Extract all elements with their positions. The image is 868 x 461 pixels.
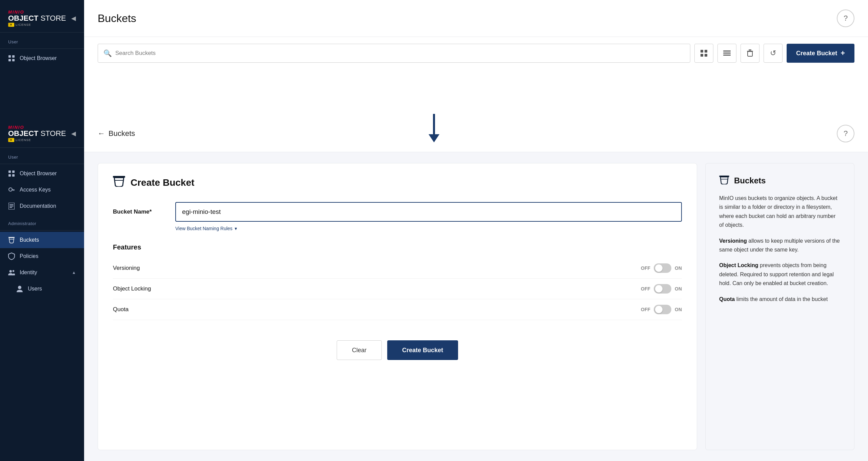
quota-on-label: ON bbox=[675, 307, 682, 312]
form-card-header: Create Bucket bbox=[113, 176, 682, 190]
bottom-header: ← Buckets ? bbox=[84, 115, 868, 152]
sidebar-buckets-label: Buckets bbox=[20, 237, 39, 243]
back-arrow-icon: ← bbox=[98, 129, 105, 138]
sidebar-access-keys-label: Access Keys bbox=[20, 187, 51, 193]
object-locking-toggle[interactable] bbox=[654, 284, 671, 294]
svg-rect-15 bbox=[12, 171, 15, 173]
svg-rect-6 bbox=[701, 54, 703, 57]
quota-feature-row: Quota OFF ON bbox=[113, 299, 682, 320]
search-box: 🔍 bbox=[98, 44, 690, 63]
svg-rect-20 bbox=[14, 189, 14, 191]
object-locking-bold: Object Locking bbox=[719, 262, 758, 268]
search-icon: 🔍 bbox=[103, 49, 112, 57]
bucket-icon-form bbox=[113, 176, 125, 190]
bottom-main-content: ← Buckets ? bbox=[84, 115, 868, 461]
help-button-bottom[interactable]: ? bbox=[837, 125, 854, 142]
quota-toggle[interactable] bbox=[654, 305, 671, 314]
versioning-toggle[interactable] bbox=[654, 263, 671, 273]
key-icon bbox=[8, 186, 15, 193]
svg-rect-9 bbox=[723, 53, 731, 54]
brand-main: OBJECT STORE bbox=[8, 15, 66, 22]
svg-rect-10 bbox=[723, 55, 731, 56]
quota-label: Quota bbox=[113, 306, 641, 313]
create-bucket-submit-button[interactable]: Create Bucket bbox=[387, 340, 458, 360]
refresh-button[interactable]: ↺ bbox=[764, 44, 783, 63]
help-button[interactable]: ? bbox=[837, 9, 854, 27]
svg-rect-3 bbox=[12, 59, 15, 61]
form-actions: Clear Create Bucket bbox=[113, 334, 682, 360]
svg-rect-21 bbox=[13, 189, 13, 191]
versioning-bold: Versioning bbox=[719, 238, 747, 244]
sidebar-item-documentation[interactable]: Documentation bbox=[0, 198, 84, 214]
toolbar: 🔍 bbox=[84, 37, 868, 69]
grid-icon-bottom bbox=[8, 170, 15, 177]
create-bucket-button-top[interactable]: Create Bucket + bbox=[787, 44, 854, 63]
license-badge: A LICENSE bbox=[8, 23, 66, 27]
sidebar-item-object-browser[interactable]: Object Browser bbox=[0, 50, 84, 66]
grid-view-button[interactable] bbox=[694, 44, 713, 63]
sidebar-item-buckets[interactable]: Buckets bbox=[0, 232, 84, 248]
search-input[interactable] bbox=[115, 50, 685, 57]
sidebar-item-access-keys[interactable]: Access Keys bbox=[0, 182, 84, 198]
object-locking-off-label: OFF bbox=[641, 286, 650, 292]
naming-rules-link[interactable]: View Bucket Naming Rules ▾ bbox=[175, 226, 682, 231]
buckets-header: Buckets ? bbox=[84, 0, 868, 37]
object-locking-feature-row: Object Locking OFF ON bbox=[113, 279, 682, 299]
back-button[interactable]: ← Buckets bbox=[98, 129, 135, 138]
sidebar-item-label: Object Browser bbox=[20, 55, 57, 61]
bucket-name-input[interactable] bbox=[175, 202, 682, 222]
info-para-3: Object Locking prevents objects from bei… bbox=[719, 261, 841, 288]
svg-point-18 bbox=[9, 188, 12, 191]
section-user-label: User bbox=[0, 33, 84, 47]
chevron-down-icon: ▾ bbox=[235, 226, 237, 231]
list-view-button[interactable] bbox=[717, 44, 736, 63]
form-title: Create Bucket bbox=[131, 177, 194, 188]
logo-area: MINIO OBJECT STORE A LICENSE ◀ bbox=[0, 0, 84, 33]
sidebar-documentation-label: Documentation bbox=[20, 203, 56, 209]
create-bucket-form-card: Create Bucket Bucket Name* View Bucket N… bbox=[98, 163, 697, 450]
license-badge-bottom: A LICENSE bbox=[8, 138, 66, 142]
info-para-4: Quota limits the amount of data in the b… bbox=[719, 295, 841, 304]
svg-rect-4 bbox=[701, 50, 703, 53]
svg-rect-16 bbox=[8, 174, 11, 177]
delete-button[interactable] bbox=[741, 44, 760, 63]
sidebar-item-policies[interactable]: Policies bbox=[0, 248, 84, 264]
shield-icon-sidebar bbox=[8, 253, 15, 260]
svg-rect-23 bbox=[9, 204, 14, 205]
license-icon: A bbox=[8, 23, 14, 27]
info-card-header: Buckets bbox=[719, 176, 841, 186]
collapse-sidebar-button[interactable]: ◀ bbox=[71, 15, 76, 22]
user-icon-sidebar bbox=[16, 285, 23, 292]
sidebar-object-browser-label: Object Browser bbox=[20, 171, 57, 177]
plus-icon: + bbox=[841, 49, 845, 58]
sidebar-item-identity[interactable]: Identity ▲ bbox=[0, 264, 84, 281]
versioning-feature-row: Versioning OFF ON bbox=[113, 258, 682, 279]
object-locking-on-label: ON bbox=[675, 286, 682, 292]
quota-off-label: OFF bbox=[641, 307, 650, 312]
features-title: Features bbox=[113, 243, 682, 251]
svg-rect-14 bbox=[8, 171, 11, 173]
svg-point-29 bbox=[13, 270, 14, 272]
svg-rect-24 bbox=[9, 206, 14, 206]
versioning-on-label: ON bbox=[675, 265, 682, 271]
svg-rect-13 bbox=[748, 52, 752, 56]
object-locking-label: Object Locking bbox=[113, 285, 641, 292]
features-section: Features Versioning OFF ON bbox=[113, 243, 682, 320]
sidebar-item-object-browser-bottom[interactable]: Object Browser bbox=[0, 165, 84, 182]
users-icon-sidebar bbox=[8, 269, 15, 276]
bucket-name-label: Bucket Name* bbox=[113, 208, 167, 215]
arrow-indicator bbox=[429, 114, 439, 142]
clear-button[interactable]: Clear bbox=[337, 340, 382, 360]
info-card: Buckets MinIO uses buckets to organize o… bbox=[705, 163, 854, 450]
create-bucket-label: Create Bucket bbox=[796, 50, 837, 57]
sidebar-item-users[interactable]: Users bbox=[0, 281, 84, 297]
sidebar-identity-label: Identity bbox=[20, 269, 37, 276]
grid-icon bbox=[8, 55, 15, 62]
collapse-sidebar-button-bottom[interactable]: ◀ bbox=[71, 130, 76, 137]
quota-rest: limits the amount of data in the bucket bbox=[735, 296, 828, 302]
bucket-name-field: Bucket Name* bbox=[113, 202, 682, 222]
license-icon-bottom: A bbox=[8, 138, 14, 142]
svg-rect-7 bbox=[705, 54, 707, 57]
svg-rect-25 bbox=[9, 207, 12, 208]
versioning-off-label: OFF bbox=[641, 265, 650, 271]
